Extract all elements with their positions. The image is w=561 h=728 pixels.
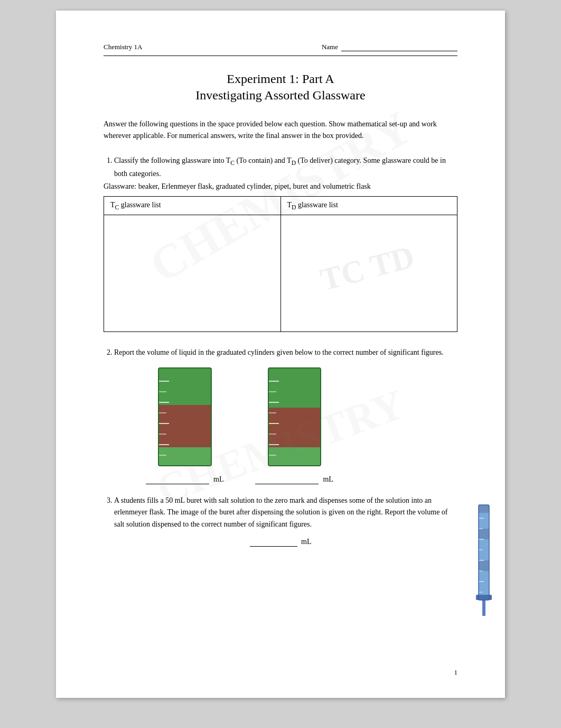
question-2: Report the volume of liquid in the gradu… bbox=[114, 347, 457, 358]
course-label: Chemistry 1A bbox=[104, 43, 142, 51]
q3-ml-label: mL bbox=[301, 538, 311, 546]
cylinder-2-container: mL bbox=[255, 365, 333, 484]
svg-rect-26 bbox=[479, 513, 489, 529]
svg-rect-28 bbox=[479, 571, 489, 597]
svg-rect-37 bbox=[482, 600, 485, 616]
cylinder-1-answer-line bbox=[146, 475, 209, 484]
cylinder-2-answer-line bbox=[255, 475, 319, 484]
q3-answer-line bbox=[250, 538, 297, 547]
name-label: Name bbox=[322, 43, 338, 51]
table-col2-body: TC TD bbox=[281, 215, 457, 331]
cylinder-2-image bbox=[264, 365, 325, 471]
header-divider bbox=[104, 56, 457, 56]
question-3: A students fills a 50 mL buret with salt… bbox=[114, 495, 457, 530]
q3-answer-area: mL bbox=[104, 538, 457, 547]
page: CHEMISTRY Chemistry 1A Name Experiment 1… bbox=[56, 11, 505, 698]
experiment-title-line1: Experiment 1: Part A bbox=[104, 72, 457, 86]
question-1: Classify the following glassware into TC… bbox=[114, 155, 457, 180]
table-watermark-svg: TC TD bbox=[316, 226, 422, 321]
experiment-title-line2: Investigating Assorted Glassware bbox=[104, 88, 457, 103]
name-underline bbox=[341, 42, 457, 51]
cylinder-2-label: mL bbox=[255, 475, 333, 484]
buret-side-image bbox=[468, 502, 500, 624]
instructions-text: Answer the following questions in the sp… bbox=[104, 118, 457, 142]
cylinder-1-image bbox=[153, 365, 217, 471]
svg-rect-15 bbox=[268, 447, 321, 466]
table-col2-header: TD glassware list bbox=[281, 197, 457, 215]
cylinder-1-label: mL bbox=[146, 475, 223, 484]
buret-svg bbox=[468, 502, 500, 624]
table-header-row: TC glassware list TD glassware list bbox=[104, 197, 457, 216]
title-section: Experiment 1: Part A Investigating Assor… bbox=[104, 72, 457, 103]
cylinder-1-container: mL bbox=[146, 365, 223, 484]
svg-rect-14 bbox=[268, 408, 321, 447]
q1-text: Classify the following glassware into TC… bbox=[114, 156, 446, 178]
glassware-table: TC glassware list TD glassware list TC T… bbox=[104, 196, 457, 333]
glassware-list: Glassware: beaker, Erlenmeyer flask, gra… bbox=[104, 182, 457, 191]
table-body-row: TC TD bbox=[104, 215, 457, 331]
cylinders-row: mL bbox=[146, 365, 457, 484]
cylinder-2-ml: mL bbox=[323, 475, 333, 484]
name-field-area: Name bbox=[322, 42, 457, 51]
page-header: Chemistry 1A Name bbox=[104, 42, 457, 51]
svg-rect-3 bbox=[158, 447, 211, 466]
table-col1-body bbox=[104, 215, 281, 331]
page-number: 1 bbox=[454, 668, 458, 677]
svg-rect-2 bbox=[158, 405, 211, 447]
q3-text: A students fills a 50 mL buret with salt… bbox=[114, 496, 448, 528]
q2-text: Report the volume of liquid in the gradu… bbox=[114, 348, 444, 356]
svg-text:TC TD: TC TD bbox=[317, 239, 418, 298]
cylinder-1-ml: mL bbox=[213, 475, 223, 484]
table-col1-header: TC glassware list bbox=[104, 197, 281, 215]
